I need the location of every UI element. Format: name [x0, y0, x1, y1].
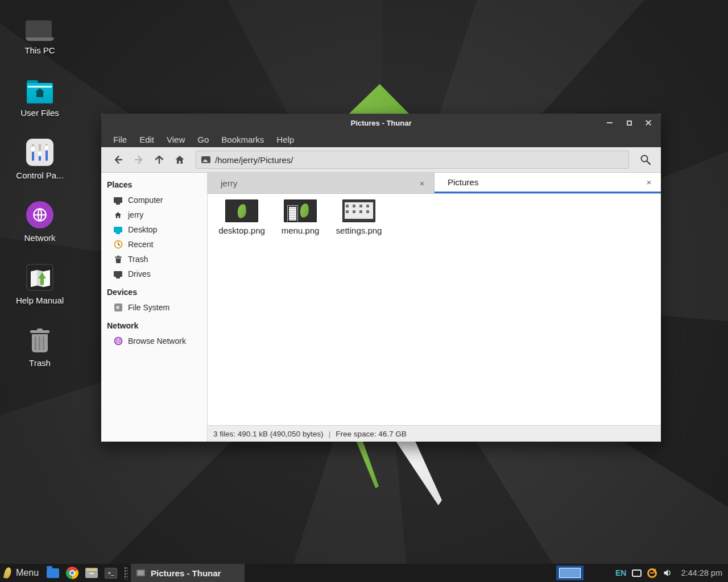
this-pc-icon: [26, 11, 54, 41]
update-manager-icon[interactable]: [647, 568, 657, 578]
menu-file[interactable]: File: [107, 135, 133, 144]
menu-png-thumbnail: [284, 199, 317, 222]
file-item-desktop-png[interactable]: desktop.png: [214, 199, 269, 235]
file-manager-launcher[interactable]: [46, 566, 60, 580]
sidebar-item-computer[interactable]: Computer: [101, 193, 207, 207]
status-free-space: Free space: 46.7 GB: [336, 430, 407, 438]
home-icon: [174, 154, 185, 165]
sidebar-item-desktop[interactable]: Desktop: [101, 222, 207, 237]
clock[interactable]: 2:44:28 pm: [681, 568, 722, 577]
sidebar-item-jerry[interactable]: jerry: [101, 207, 207, 222]
desktop-icon-label: Control Pa...: [16, 171, 63, 180]
trash-icon: [30, 324, 49, 354]
menu-bookmarks[interactable]: Bookmarks: [215, 135, 270, 144]
back-button[interactable]: [108, 151, 129, 169]
desktop-icon-label: Network: [24, 233, 55, 243]
workspace-1[interactable]: [559, 568, 581, 578]
status-files-summary: 3 files: 490.1 kB (490,050 bytes): [213, 430, 324, 438]
menu-go[interactable]: Go: [191, 135, 215, 144]
maximize-button[interactable]: [622, 117, 636, 129]
search-button[interactable]: [637, 151, 654, 169]
status-bar: 3 files: 490.1 kB (490,050 bytes) | Free…: [208, 425, 661, 442]
archive-launcher[interactable]: [84, 566, 99, 580]
window-button-label: Pictures - Thunar: [151, 568, 221, 578]
settings-png-thumbnail: [342, 199, 375, 222]
desktop-icon-label: Trash: [29, 358, 51, 368]
volume-icon[interactable]: [663, 568, 673, 578]
menu-edit[interactable]: Edit: [133, 135, 160, 144]
computer-monitor-icon: [113, 196, 123, 205]
toolbar: /home/jerry/Pictures/: [101, 147, 661, 173]
linux-lite-feather-icon: [3, 567, 13, 579]
sidebar-section-devices: Devices: [101, 284, 207, 300]
minimize-button[interactable]: [603, 117, 617, 129]
desktop-icon-trash[interactable]: Trash: [11, 324, 68, 386]
sidebar-item-trash[interactable]: Trash: [101, 252, 207, 267]
browse-network-globe-icon: [113, 336, 123, 346]
sidebar: Places Computer jerry Desktop Recent: [101, 173, 208, 442]
menu-button-label: Menu: [16, 568, 39, 578]
desktop-icon-label: User Files: [20, 108, 59, 118]
tab-pictures[interactable]: Pictures ×: [435, 173, 661, 193]
drives-monitor-icon: [113, 269, 123, 279]
desktop-icon-help-manual[interactable]: Help Manual: [11, 261, 68, 324]
forward-arrow-icon: [133, 154, 144, 165]
menubar: File Edit View Go Bookmarks Help: [101, 132, 661, 147]
file-list-view[interactable]: desktop.png menu.png settings.png: [208, 194, 661, 425]
forward-button[interactable]: [129, 151, 149, 169]
terminal-icon: >_: [105, 568, 117, 579]
network-globe-icon: [26, 199, 53, 228]
thunar-window: Pictures - Thunar File Edit View Go Book…: [101, 114, 661, 442]
desktop-icon-label: Help Manual: [16, 296, 64, 305]
status-separator: |: [329, 430, 331, 438]
taskbar-window-button[interactable]: Pictures - Thunar: [131, 564, 245, 582]
path-bar[interactable]: /home/jerry/Pictures/: [196, 151, 629, 169]
close-button[interactable]: [642, 117, 655, 129]
pictures-folder-icon: [201, 156, 210, 163]
taskbar: Menu >_ Pictures - Thunar EN 2:44:28 pm: [0, 564, 728, 582]
recent-clock-icon: [113, 240, 123, 250]
help-manual-icon: [26, 261, 53, 291]
menu-help[interactable]: Help: [270, 135, 300, 144]
tasklist-handle[interactable]: [124, 567, 127, 579]
path-text: /home/jerry/Pictures/: [215, 155, 293, 165]
workspace-switcher[interactable]: [556, 566, 584, 580]
keyboard-layout-indicator[interactable]: EN: [615, 568, 626, 577]
terminal-launcher[interactable]: >_: [104, 566, 118, 580]
menu-view[interactable]: View: [160, 135, 191, 144]
sidebar-item-browse-network[interactable]: Browse Network: [101, 334, 207, 348]
display-tray-icon[interactable]: [632, 569, 642, 577]
chrome-launcher[interactable]: [65, 566, 80, 580]
sidebar-section-network: Network: [101, 317, 207, 334]
desktop-icon-control-panel[interactable]: Control Pa...: [11, 136, 68, 199]
home-button[interactable]: [169, 151, 190, 169]
system-tray: EN 2:44:28 pm: [615, 568, 722, 578]
tab-close-icon[interactable]: ×: [644, 177, 654, 187]
up-button[interactable]: [149, 151, 169, 169]
sidebar-item-recent[interactable]: Recent: [101, 237, 207, 252]
file-cabinet-icon: [85, 568, 98, 578]
file-system-drive-icon: [113, 303, 123, 313]
file-item-settings-png[interactable]: settings.png: [332, 199, 386, 235]
home-icon: [113, 210, 123, 220]
window-title: Pictures - Thunar: [101, 119, 661, 127]
sidebar-item-file-system[interactable]: File System: [101, 300, 207, 315]
back-arrow-icon: [113, 154, 124, 165]
desktop-icon-this-pc[interactable]: This PC: [11, 11, 68, 74]
tab-jerry[interactable]: jerry ×: [208, 173, 435, 193]
control-panel-icon: [26, 136, 53, 166]
file-manager-icon: [47, 568, 59, 578]
start-menu-button[interactable]: Menu: [5, 567, 39, 579]
file-item-menu-png[interactable]: menu.png: [273, 199, 328, 235]
desktop-icon-network[interactable]: Network: [11, 199, 68, 261]
window-controls: [603, 117, 655, 129]
tab-close-icon[interactable]: ×: [417, 178, 427, 188]
sidebar-item-drives[interactable]: Drives: [101, 267, 207, 281]
user-files-folder-icon: [27, 74, 53, 103]
close-icon: [645, 119, 652, 126]
search-icon: [639, 153, 652, 166]
tab-bar: jerry × Pictures ×: [208, 173, 661, 194]
up-arrow-icon: [154, 154, 165, 165]
window-titlebar[interactable]: Pictures - Thunar: [101, 114, 661, 132]
desktop-icon-user-files[interactable]: User Files: [11, 74, 68, 136]
